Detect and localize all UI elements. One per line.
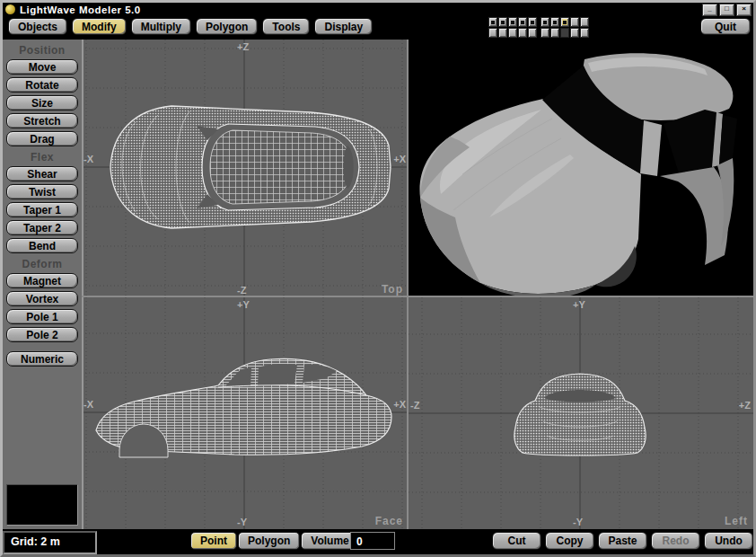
layer-8-background-button[interactable] xyxy=(560,28,569,38)
rotate-button[interactable]: Rotate xyxy=(6,77,78,93)
axis-label-left: -X xyxy=(84,399,93,410)
numeric-button[interactable]: Numeric xyxy=(6,351,78,367)
layer-6-background-button[interactable] xyxy=(541,28,549,38)
tab-display[interactable]: Display xyxy=(314,18,373,35)
axis-label-right: +Z xyxy=(739,400,751,411)
window-controls: _ □ × xyxy=(702,4,752,16)
tab-polygon[interactable]: Polygon xyxy=(196,18,258,35)
redo-button[interactable]: Redo xyxy=(651,532,700,550)
maximize-button[interactable]: □ xyxy=(719,4,734,16)
axis-label-left: -Z xyxy=(410,400,419,411)
axis-label-left: -X xyxy=(84,154,93,164)
undo-button[interactable]: Undo xyxy=(704,532,753,550)
close-button[interactable]: × xyxy=(736,4,752,16)
taper2-button[interactable]: Taper 2 xyxy=(6,220,78,235)
viewport-vertical-divider[interactable] xyxy=(407,40,409,529)
move-button[interactable]: Move xyxy=(6,59,78,75)
twist-button[interactable]: Twist xyxy=(6,184,78,199)
layer-1-foreground-button[interactable] xyxy=(488,17,497,27)
point-mode-button[interactable]: Point xyxy=(190,532,237,550)
layer-3-background-button[interactable] xyxy=(508,28,517,38)
layer-10-background-button[interactable] xyxy=(580,28,589,38)
layer-10-foreground-button[interactable] xyxy=(580,17,589,27)
taper1-button[interactable]: Taper 1 xyxy=(6,202,78,217)
tab-tools[interactable]: Tools xyxy=(262,18,310,35)
layer-4-background-button[interactable] xyxy=(518,28,527,38)
menu-bar: Objects Modify Multiply Polygon Tools Di… xyxy=(3,16,753,40)
car-side-wireframe xyxy=(96,358,391,457)
layer-3-foreground-button[interactable] xyxy=(508,17,517,27)
axis-label-top: +Z xyxy=(237,41,249,52)
cut-button[interactable]: Cut xyxy=(492,532,541,550)
viewport-name-face: Face xyxy=(375,515,403,527)
minimize-button[interactable]: _ xyxy=(702,4,717,16)
viewport-name-top: Top xyxy=(382,283,403,296)
preview-canvas xyxy=(409,40,753,297)
tab-objects[interactable]: Objects xyxy=(8,18,67,35)
shear-button[interactable]: Shear xyxy=(6,166,78,181)
group-title-flex: Flex xyxy=(3,151,82,164)
viewport-top-view[interactable]: +Z -Z -X +X Top xyxy=(82,40,409,297)
stretch-button[interactable]: Stretch xyxy=(6,113,78,128)
viewport-face-view[interactable]: +Y -Y -X +X Face xyxy=(82,297,409,529)
layer-9-background-button[interactable] xyxy=(570,28,579,38)
layer-7-background-button[interactable] xyxy=(550,28,559,38)
axis-label-right: +X xyxy=(393,399,406,410)
layer-8-foreground-button[interactable] xyxy=(560,17,569,27)
group-title-deform: Deform xyxy=(3,258,82,270)
viewport-name-left: Left xyxy=(725,515,748,527)
title-bar[interactable]: LightWave Modeler 5.0 _ □ × xyxy=(3,3,753,16)
face-view-canvas xyxy=(82,297,409,529)
grid-size-display: Grid: 2 m xyxy=(3,531,97,554)
viewport-left-view[interactable]: +Y -Y -Z +Z Left xyxy=(409,297,753,529)
car-top-wireframe xyxy=(110,106,391,228)
left-view-canvas xyxy=(409,297,753,529)
tab-modify[interactable]: Modify xyxy=(72,18,127,35)
quit-button[interactable]: Quit xyxy=(700,18,751,35)
preview-swatch-box xyxy=(6,484,78,526)
layer-7-foreground-button[interactable] xyxy=(550,17,559,27)
copy-button[interactable]: Copy xyxy=(545,532,594,550)
axis-label-top: +Y xyxy=(237,299,250,310)
pole2-button[interactable]: Pole 2 xyxy=(6,327,78,342)
layer-1-background-button[interactable] xyxy=(488,28,497,38)
lightwave-modeler-window: LightWave Modeler 5.0 _ □ × Objects Modi… xyxy=(0,0,756,557)
magnet-button[interactable]: Magnet xyxy=(6,273,78,288)
selection-count-field[interactable]: 0 xyxy=(350,532,395,550)
layer-5-background-button[interactable] xyxy=(528,28,537,38)
viewport-left-edge xyxy=(82,40,84,529)
polygon-mode-button[interactable]: Polygon xyxy=(238,532,300,550)
vortex-button[interactable]: Vortex xyxy=(6,291,78,306)
axis-label-bottom: -Z xyxy=(237,285,246,296)
viewport-preview[interactable] xyxy=(409,40,753,297)
group-title-position: Position xyxy=(3,44,82,57)
layer-6-foreground-button[interactable] xyxy=(541,17,549,27)
tab-multiply[interactable]: Multiply xyxy=(131,18,191,35)
layer-9-foreground-button[interactable] xyxy=(570,17,579,27)
layer-5-foreground-button[interactable] xyxy=(528,17,537,27)
axis-label-right: +X xyxy=(393,154,406,164)
axis-label-bottom: -Y xyxy=(237,517,247,527)
size-button[interactable]: Size xyxy=(6,95,78,111)
tool-sidebar: Position Move Rotate Size Stretch Drag F… xyxy=(3,40,82,529)
bend-button[interactable]: Bend xyxy=(6,238,78,253)
axis-label-bottom: -Y xyxy=(573,517,583,527)
drag-button[interactable]: Drag xyxy=(6,131,78,146)
car-front-wireframe xyxy=(514,374,646,455)
pole1-button[interactable]: Pole 1 xyxy=(6,309,78,324)
layer-2-foreground-button[interactable] xyxy=(498,17,507,27)
layer-buttons-top xyxy=(488,17,590,27)
layer-selector xyxy=(488,17,590,39)
layer-2-background-button[interactable] xyxy=(498,28,507,38)
paste-button[interactable]: Paste xyxy=(598,532,647,550)
layer-4-foreground-button[interactable] xyxy=(518,17,527,27)
viewport-horizontal-divider[interactable] xyxy=(82,296,753,297)
edit-actions: Cut Copy Paste Redo Undo xyxy=(492,532,753,550)
viewport-area: +Z -Z -X +X Top xyxy=(82,40,753,529)
top-view-canvas xyxy=(82,40,409,297)
axis-label-top: +Y xyxy=(573,299,585,310)
bottom-bar: Grid: 2 m Point Polygon Volume 0 Cut Cop… xyxy=(3,529,753,554)
lightwave-logo-icon[interactable] xyxy=(5,4,15,14)
menu-tabs: Objects Modify Multiply Polygon Tools Di… xyxy=(8,18,373,35)
window-title: LightWave Modeler 5.0 xyxy=(20,4,141,15)
